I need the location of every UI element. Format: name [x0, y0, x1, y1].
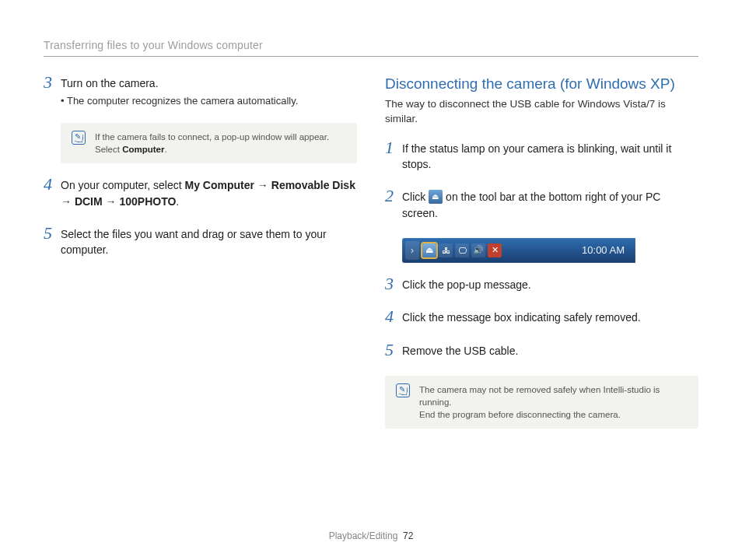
step-number: 5 [44, 225, 61, 261]
tray-icon: ✕ [488, 243, 502, 257]
tray-icon: 🖵 [455, 243, 469, 257]
breadcrumb: Transferring files to your Windows compu… [44, 39, 698, 57]
step-4: 4 On your computer, select My Computer →… [44, 177, 357, 212]
step-number: 4 [385, 308, 402, 328]
r-step-1: 1 If the status lamp on your camera is b… [385, 141, 698, 176]
step-5: 5 Select the files you want and drag or … [44, 226, 357, 261]
tray-volume-icon: 🔊 [471, 243, 485, 257]
step-number: 3 [44, 74, 61, 109]
step-number: 4 [44, 176, 61, 212]
step-number: 3 [385, 275, 402, 296]
r-step-4: 4 Click the message box indicating safel… [385, 310, 698, 328]
step-number: 2 [385, 187, 402, 224]
tray-safely-remove-icon: ⏏ [422, 243, 436, 257]
note-text: The camera may not be removed safely whe… [419, 383, 688, 421]
r-step-5: 5 Remove the USB cable. [385, 343, 698, 362]
tray-icon: 🖧 [439, 243, 453, 257]
r-step-3: 3 Click the pop-up message. [385, 277, 698, 296]
safely-remove-icon [429, 190, 443, 204]
step-number: 5 [385, 341, 402, 362]
step-text: If the status lamp on your camera is bli… [402, 141, 698, 173]
step-text: Click the message box indicating safely … [402, 310, 698, 325]
step-text: Turn on the camera. [61, 75, 357, 91]
taskbar-clock: 10:00 AM [582, 244, 632, 256]
note-icon [396, 383, 410, 397]
step-text: Click on the tool bar at the bottom righ… [402, 189, 698, 221]
note-box: If the camera fails to connect, a pop-up… [61, 123, 357, 163]
step-3: 3 Turn on the camera. The computer recog… [44, 75, 357, 109]
section-heading: Disconnecting the camera (for Windows XP… [385, 75, 698, 93]
left-column: 3 Turn on the camera. The computer recog… [44, 75, 357, 443]
note-text: If the camera fails to connect, a pop-up… [95, 131, 346, 156]
r-step-2: 2 Click on the tool bar at the bottom ri… [385, 189, 698, 224]
right-column: Disconnecting the camera (for Windows XP… [385, 75, 698, 443]
step-number: 1 [385, 139, 402, 176]
tray-expand-icon: › [405, 241, 419, 260]
note-icon [72, 131, 86, 145]
step-text: Remove the USB cable. [402, 343, 698, 359]
step-bullet: The computer recognizes the camera autom… [61, 94, 357, 109]
step-text: Select the files you want and drag or sa… [61, 226, 357, 258]
note-box: The camera may not be removed safely whe… [385, 376, 698, 429]
taskbar-screenshot: › ⏏ 🖧 🖵 🔊 ✕ 10:00 AM [402, 238, 635, 263]
page-footer: Playback/Editing 72 [0, 530, 742, 541]
section-subtext: The way to disconnect the USB cable for … [385, 97, 698, 127]
step-text: Click the pop-up message. [402, 277, 698, 292]
step-text: On your computer, select My Computer → R… [61, 177, 357, 209]
